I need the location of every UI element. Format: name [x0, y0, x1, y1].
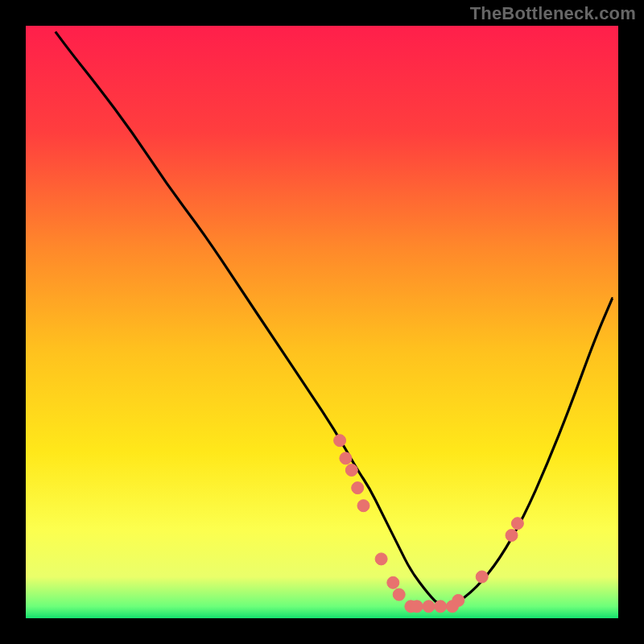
curve-marker [393, 588, 405, 601]
curve-marker [387, 576, 399, 588]
curve-marker [340, 452, 352, 464]
bottleneck-chart [0, 0, 644, 644]
curve-marker [411, 601, 423, 613]
curve-marker [334, 435, 346, 447]
curve-marker [511, 518, 523, 530]
curve-marker [345, 464, 357, 477]
curve-marker [506, 530, 518, 542]
curve-marker [423, 601, 435, 613]
curve-marker [357, 500, 369, 512]
curve-marker [452, 594, 464, 606]
curve-marker [375, 553, 387, 565]
curve-marker [476, 571, 488, 583]
curve-marker [435, 601, 447, 613]
curve-marker [352, 482, 364, 494]
chart-stage: TheBottleneck.com [0, 0, 644, 644]
plot-background [26, 26, 618, 618]
